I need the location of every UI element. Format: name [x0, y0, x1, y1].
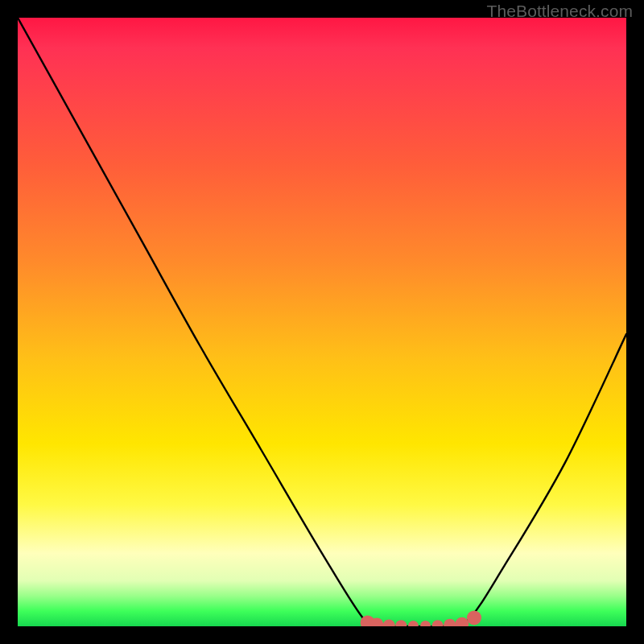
chart-container: TheBottleneck.com: [0, 0, 644, 644]
marker-dot: [408, 621, 419, 626]
watermark-text: TheBottleneck.com: [487, 2, 633, 21]
marker-dot: [382, 620, 394, 626]
marker-dot: [456, 617, 469, 626]
curve-layer: [18, 18, 626, 626]
marker-dot: [361, 615, 375, 626]
plot-area: [18, 18, 626, 626]
marker-dot: [370, 617, 384, 626]
marker-dot: [395, 620, 407, 626]
marker-dot: [420, 621, 431, 626]
marker-dot: [444, 619, 456, 626]
bottleneck-curve: [18, 18, 626, 626]
optimal-range-dots: [361, 610, 481, 626]
marker-dot: [432, 620, 444, 626]
marker-dot: [467, 610, 481, 625]
